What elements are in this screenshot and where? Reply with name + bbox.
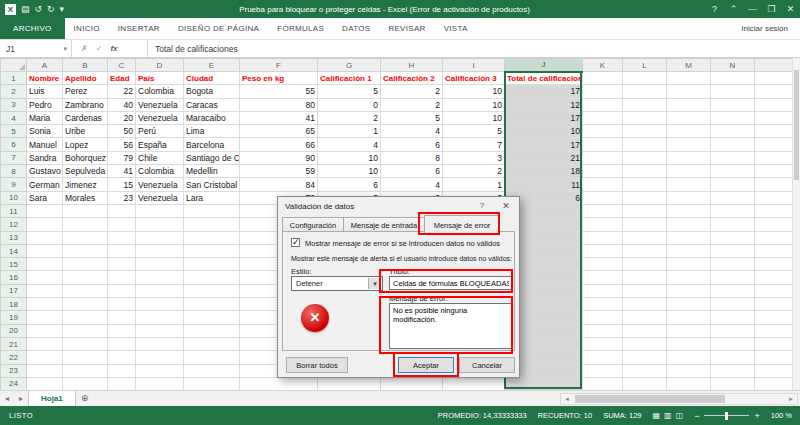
cell-O10[interactable]: [755, 191, 793, 204]
cell-C8[interactable]: 41: [108, 165, 136, 178]
cell-J24[interactable]: [505, 377, 583, 390]
name-box[interactable]: J1 ▾: [0, 40, 72, 57]
cell-A23[interactable]: [27, 364, 63, 377]
horizontal-scrollbar-thumb[interactable]: [575, 395, 725, 403]
cell-L17[interactable]: [623, 284, 667, 297]
cell-E11[interactable]: [184, 204, 240, 217]
cell-A8[interactable]: Gustavo: [27, 165, 63, 178]
cell-L20[interactable]: [623, 324, 667, 337]
cell-N16[interactable]: [711, 271, 755, 284]
cell-O2[interactable]: [755, 85, 793, 98]
cell-H1[interactable]: Calificación 2: [381, 72, 443, 85]
dialog-tab-mensaje-de-error[interactable]: Mensaje de error: [424, 215, 500, 233]
cell-B3[interactable]: Zambrano: [63, 98, 108, 111]
cell-E18[interactable]: [184, 298, 240, 311]
row-header-22[interactable]: 22: [1, 351, 27, 364]
cell-H4[interactable]: 5: [381, 111, 443, 124]
column-header-I[interactable]: I: [443, 59, 505, 72]
row-header-13[interactable]: 13: [1, 231, 27, 244]
cell-O1[interactable]: [755, 72, 793, 85]
column-header-L[interactable]: L: [623, 59, 667, 72]
cell-N9[interactable]: [711, 178, 755, 191]
row-header-4[interactable]: 4: [1, 111, 27, 124]
cell-J3[interactable]: 12: [505, 98, 583, 111]
cell-D6[interactable]: España: [136, 138, 184, 151]
cell-I8[interactable]: 2: [443, 165, 505, 178]
cell-M1[interactable]: [667, 72, 711, 85]
cell-G8[interactable]: 10: [318, 165, 381, 178]
hscroll-right-icon[interactable]: ▸: [785, 394, 797, 404]
cell-E22[interactable]: [184, 351, 240, 364]
cell-D11[interactable]: [136, 204, 184, 217]
cell-E2[interactable]: Bogota: [184, 85, 240, 98]
vertical-scrollbar-thumb[interactable]: [794, 70, 799, 180]
row-header-14[interactable]: 14: [1, 244, 27, 257]
row-header-3[interactable]: 3: [1, 98, 27, 111]
cell-D8[interactable]: Colombia: [136, 165, 184, 178]
cell-C1[interactable]: Edad: [108, 72, 136, 85]
sheet-nav-prev-icon[interactable]: ◂: [0, 391, 14, 406]
cell-H6[interactable]: 6: [381, 138, 443, 151]
cell-K7[interactable]: [583, 151, 623, 164]
cell-M10[interactable]: [667, 191, 711, 204]
cell-G7[interactable]: 10: [318, 151, 381, 164]
cell-A15[interactable]: [27, 258, 63, 271]
row-header-6[interactable]: 6: [1, 138, 27, 151]
add-sheet-icon[interactable]: ⊕: [76, 391, 94, 406]
cell-L2[interactable]: [623, 85, 667, 98]
cell-O3[interactable]: [755, 98, 793, 111]
cell-I3[interactable]: 10: [443, 98, 505, 111]
cell-D19[interactable]: [136, 311, 184, 324]
cell-D16[interactable]: [136, 271, 184, 284]
cell-F3[interactable]: 80: [240, 98, 318, 111]
vertical-scrollbar[interactable]: [792, 58, 800, 390]
column-header-C[interactable]: C: [108, 59, 136, 72]
cell-F7[interactable]: 90: [240, 151, 318, 164]
cell-I6[interactable]: 7: [443, 138, 505, 151]
cell-O24[interactable]: [755, 377, 793, 390]
cell-B1[interactable]: Apellido: [63, 72, 108, 85]
cell-O9[interactable]: [755, 178, 793, 191]
cell-G5[interactable]: 1: [318, 125, 381, 138]
cell-D17[interactable]: [136, 284, 184, 297]
cell-L4[interactable]: [623, 111, 667, 124]
cell-I4[interactable]: 10: [443, 111, 505, 124]
cell-E23[interactable]: [184, 364, 240, 377]
cell-H24[interactable]: [381, 377, 443, 390]
row-header-12[interactable]: 12: [1, 218, 27, 231]
cell-M15[interactable]: [667, 258, 711, 271]
cell-C22[interactable]: [108, 351, 136, 364]
cell-K17[interactable]: [583, 284, 623, 297]
cell-B8[interactable]: Sepulveda: [63, 165, 108, 178]
cell-O13[interactable]: [755, 231, 793, 244]
row-header-15[interactable]: 15: [1, 258, 27, 271]
cell-L3[interactable]: [623, 98, 667, 111]
column-header-D[interactable]: D: [136, 59, 184, 72]
cell-N2[interactable]: [711, 85, 755, 98]
cell-O11[interactable]: [755, 204, 793, 217]
cell-G6[interactable]: 4: [318, 138, 381, 151]
row-header-11[interactable]: 11: [1, 204, 27, 217]
cell-D10[interactable]: Venezuela: [136, 191, 184, 204]
cell-N4[interactable]: [711, 111, 755, 124]
cell-C19[interactable]: [108, 311, 136, 324]
cell-G4[interactable]: 2: [318, 111, 381, 124]
undo-icon[interactable]: ↺: [35, 0, 43, 18]
cell-L16[interactable]: [623, 271, 667, 284]
cell-H7[interactable]: 8: [381, 151, 443, 164]
row-header-9[interactable]: 9: [1, 178, 27, 191]
cell-O20[interactable]: [755, 324, 793, 337]
row-header-24[interactable]: 24: [1, 377, 27, 390]
cell-K8[interactable]: [583, 165, 623, 178]
cell-F4[interactable]: 41: [240, 111, 318, 124]
help-icon[interactable]: ?: [705, 0, 724, 18]
dialog-close-icon[interactable]: ✕: [495, 198, 517, 214]
cell-B5[interactable]: Uribe: [63, 125, 108, 138]
cell-L22[interactable]: [623, 351, 667, 364]
cell-N10[interactable]: [711, 191, 755, 204]
sheet-tab-hoja1[interactable]: Hoja1: [28, 391, 76, 406]
cell-A14[interactable]: [27, 244, 63, 257]
cell-H9[interactable]: 4: [381, 178, 443, 191]
cell-A3[interactable]: Pedro: [27, 98, 63, 111]
cell-K4[interactable]: [583, 111, 623, 124]
